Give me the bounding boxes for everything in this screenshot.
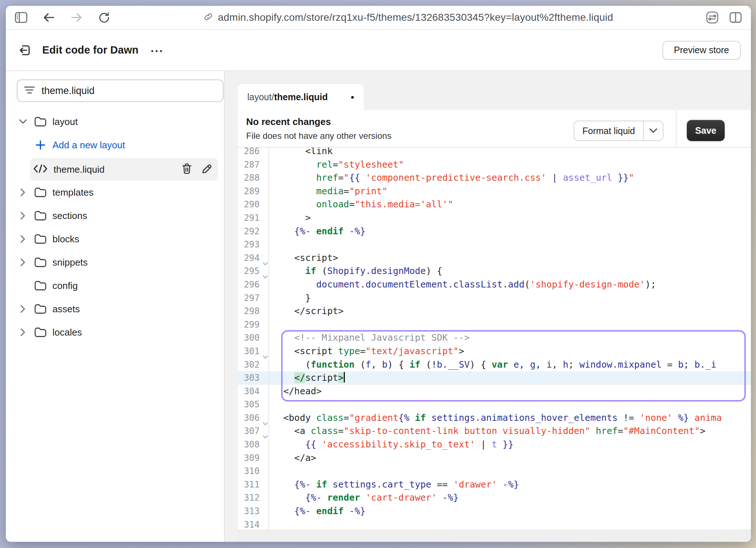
code-line-304[interactable]: 304</head> <box>238 385 751 398</box>
code-line-305[interactable]: 305 <box>238 398 751 411</box>
sidebar-item-theme-liquid[interactable]: theme.liquid <box>30 158 218 181</box>
back-icon[interactable] <box>42 11 55 24</box>
code-text: {%- render 'cart-drawer' -%} <box>269 491 459 505</box>
code-area[interactable]: 286 <link287 rel="stylesheet"288 href="{… <box>238 148 751 530</box>
sidebar-item-locales[interactable]: locales <box>12 322 224 342</box>
search-input[interactable] <box>41 85 216 97</box>
unsaved-dot: ● <box>351 93 354 101</box>
app-header: Edit code for Dawn ••• Preview store <box>6 30 751 71</box>
code-line-308[interactable]: 308 {{ 'accessibility.skip_to_text' | t … <box>238 438 751 451</box>
chevron-right-icon[interactable] <box>19 188 27 196</box>
code-text: </script> <box>269 371 345 385</box>
code-text: {%- endif -%} <box>269 505 366 518</box>
reload-icon[interactable] <box>98 11 111 24</box>
pencil-icon[interactable] <box>201 163 212 176</box>
code-line-311[interactable]: 311 {%- if settings.cart_type == 'drawer… <box>238 478 751 492</box>
code-text: <a class="skip-to-content-link button vi… <box>269 424 705 438</box>
chevron-right-icon[interactable] <box>19 258 27 266</box>
code-text: </head> <box>269 385 322 398</box>
line-number: 298 <box>238 305 269 318</box>
sidebar-item-config[interactable]: config <box>12 275 224 296</box>
browser-window: admin.shopify.com/store/rzq1xu-f5/themes… <box>6 6 751 542</box>
line-number: 308 <box>238 438 269 451</box>
sidebar-item-layout[interactable]: layout <box>12 111 224 132</box>
extensions-icon[interactable] <box>706 11 719 24</box>
code-line-288[interactable]: 288 href="{{ 'component-predictive-searc… <box>238 171 751 185</box>
format-liquid-button[interactable]: Format liquid <box>574 121 664 141</box>
exit-icon[interactable] <box>16 42 34 59</box>
code-line-302[interactable]: 302 (function (f, b) { if (!b.__SV) { va… <box>238 358 751 372</box>
save-button[interactable]: Save <box>687 120 725 141</box>
trash-icon[interactable] <box>182 163 192 176</box>
chevron-right-icon[interactable] <box>19 212 27 220</box>
tree-item-label: config <box>52 280 78 291</box>
line-number: 309 <box>238 451 269 465</box>
line-number: 293 <box>238 238 269 251</box>
code-text: <link <box>269 148 332 158</box>
code-line-299[interactable]: 299 <box>238 318 751 332</box>
toolbar-left-group <box>15 11 111 24</box>
tab-theme-liquid[interactable]: layout/theme.liquid ● <box>238 84 364 110</box>
code-line-307[interactable]: 307 <a class="skip-to-content-link butto… <box>238 424 751 438</box>
code-text: <script type="text/javascript"> <box>269 345 464 358</box>
folder-icon <box>34 327 47 337</box>
sidebar-item-templates[interactable]: templates <box>12 182 224 203</box>
changes-subtitle: File does not have any other versions <box>246 131 751 141</box>
file-actions <box>182 163 212 176</box>
sidebar-toggle-icon[interactable] <box>15 11 28 24</box>
code-line-298[interactable]: 298 </script> <box>238 305 751 318</box>
code-line-291[interactable]: 291 > <box>238 211 751 225</box>
code-line-286[interactable]: 286 <link <box>238 148 751 158</box>
forward-icon[interactable] <box>70 11 83 24</box>
code-line-301[interactable]: 301 <script type="text/javascript"> <box>238 345 751 358</box>
tree-item-label: locales <box>52 327 82 338</box>
line-number: 302 <box>238 358 269 372</box>
code-line-310[interactable]: 310 <box>238 465 751 478</box>
chevron-down-icon[interactable] <box>644 121 663 140</box>
code-line-312[interactable]: 312 {%- render 'cart-drawer' -%} <box>238 491 751 505</box>
code-line-296[interactable]: 296 document.documentElement.classList.a… <box>238 278 751 291</box>
sidebar-item-add-a-new-layout[interactable]: Add a new layout <box>12 135 224 155</box>
chevron-right-icon[interactable] <box>19 235 27 243</box>
code-line-306[interactable]: 306<body class="gradient{% if settings.a… <box>238 411 751 425</box>
sidebar-item-assets[interactable]: assets <box>12 299 224 319</box>
line-number: 311 <box>238 478 269 492</box>
code-text: } <box>269 291 311 305</box>
code-line-290[interactable]: 290 onload="this.media='all'" <box>238 198 751 211</box>
code-text: </a> <box>269 451 316 465</box>
code-line-292[interactable]: 292 {%- endif -%} <box>238 225 751 238</box>
sidebar-item-blocks[interactable]: blocks <box>12 229 224 249</box>
line-number: 299 <box>238 318 269 332</box>
split-view-icon[interactable] <box>729 11 742 24</box>
folder-icon <box>34 234 47 244</box>
code-line-293[interactable]: 293 <box>238 238 751 251</box>
code-line-300[interactable]: 300 <!-- Mixpanel Javascript SDK --> <box>238 331 751 345</box>
changes-band: No recent changes File does not have any… <box>238 110 751 148</box>
code-text: onload="this.media='all'" <box>269 198 453 211</box>
chevron-right-icon[interactable] <box>19 305 27 313</box>
code-line-287[interactable]: 287 rel="stylesheet" <box>238 158 751 172</box>
code-line-313[interactable]: 313 {%- endif -%} <box>238 505 751 518</box>
file-search[interactable] <box>17 79 224 102</box>
chevron-down-icon[interactable] <box>19 119 27 124</box>
line-number: 291 <box>238 211 269 225</box>
line-number: 300 <box>238 331 269 345</box>
code-line-289[interactable]: 289 media="print" <box>238 185 751 198</box>
line-number: 287 <box>238 158 269 172</box>
code-line-297[interactable]: 297 } <box>238 291 751 305</box>
code-line-294[interactable]: 294 <script> <box>238 251 751 265</box>
code-text: href="{{ 'component-predictive-search.cs… <box>269 171 634 185</box>
tree-item-label: Add a new layout <box>52 140 125 151</box>
address-bar[interactable]: admin.shopify.com/store/rzq1xu-f5/themes… <box>111 12 706 23</box>
more-actions-button[interactable]: ••• <box>151 45 164 55</box>
code-line-309[interactable]: 309 </a> <box>238 451 751 465</box>
code-text: rel="stylesheet" <box>269 158 404 172</box>
sidebar-item-sections[interactable]: sections <box>12 206 224 226</box>
sidebar-item-snippets[interactable]: snippets <box>12 252 224 273</box>
line-number: 304 <box>238 385 269 398</box>
preview-store-button[interactable]: Preview store <box>662 41 741 60</box>
code-line-314[interactable]: 314 <box>238 518 751 530</box>
code-line-303[interactable]: 303 </script> <box>238 371 751 385</box>
code-line-295[interactable]: 295 if (Shopify.designMode) { <box>238 265 751 278</box>
chevron-right-icon[interactable] <box>19 328 27 336</box>
